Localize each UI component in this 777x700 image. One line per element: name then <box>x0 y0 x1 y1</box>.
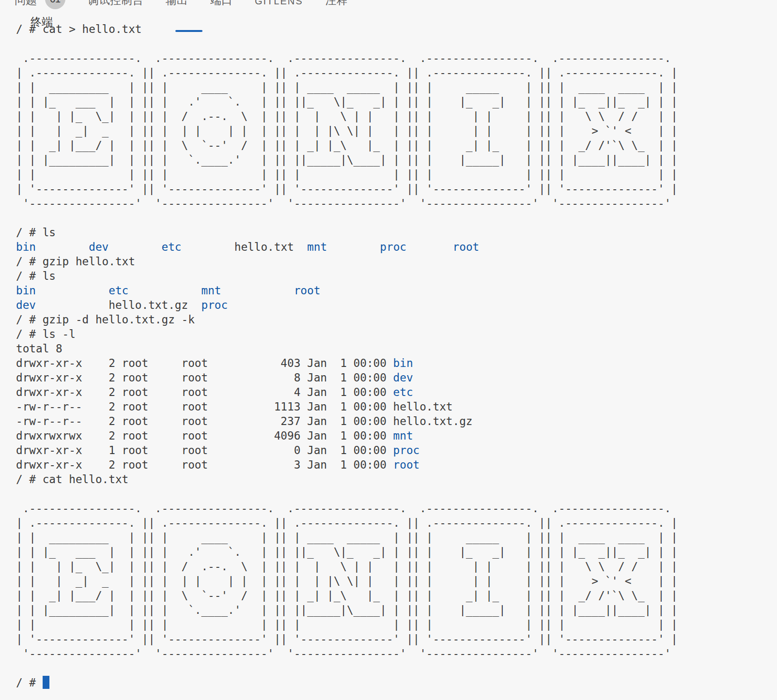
directory-name: mnt <box>393 429 413 442</box>
directory-name: proc <box>380 241 406 253</box>
ascii-art-line: | | | || | | || | | || | | || | | | <box>16 617 777 632</box>
terminal-line: dev hello.txt.gz proc <box>16 298 777 312</box>
terminal-text <box>294 241 307 253</box>
terminal-cursor <box>43 676 49 689</box>
terminal-line: bin dev etc hello.txt mnt proc root <box>16 240 777 254</box>
directory-name: bin <box>16 241 36 253</box>
ascii-art-line: | | |_________| | || | `.____.' | || ||_… <box>16 603 777 617</box>
terminal-text: drwxr-xr-x 2 root root 4 Jan 1 00:00 <box>16 386 393 398</box>
terminal-text <box>327 241 380 253</box>
ascii-art-line: | '--------------' || '--------------' |… <box>16 632 777 646</box>
directory-name: root <box>393 458 420 471</box>
terminal-line: drwxr-xr-x 2 root root 403 Jan 1 00:00 b… <box>16 356 777 370</box>
terminal-line <box>16 487 777 501</box>
ascii-art-line: | | | |_ \_| | || | / .--. \ | || | | \ … <box>16 109 777 123</box>
terminal-text <box>188 299 201 311</box>
terminal-line <box>16 36 777 51</box>
ascii-art-line: | | _| |___/ | | || | \ `--' / | || | _|… <box>16 588 777 603</box>
tab-label: 终端 <box>31 16 53 28</box>
terminal-text: / # ls -l <box>16 328 76 340</box>
terminal-text: total 8 <box>16 342 62 355</box>
tab-label: 输出 <box>166 0 188 6</box>
terminal-line: -rw-r--r-- 2 root root 1113 Jan 1 00:00 … <box>16 399 777 414</box>
terminal-text: '----------------' '----------------' '-… <box>16 197 678 210</box>
terminal-text: | | | || | | || | | || | | || | | | <box>16 618 678 631</box>
directory-name: root <box>453 241 480 253</box>
terminal-text <box>109 241 161 253</box>
terminal-text <box>182 241 234 253</box>
directory-name: dev <box>16 299 36 311</box>
terminal-text <box>406 241 453 253</box>
active-tab-underline <box>175 30 202 32</box>
terminal-text: | | |_________| | || | `.____.' | || ||_… <box>16 153 678 166</box>
terminal-line: drwxr-xr-x 2 root root 3 Jan 1 00:00 roo… <box>16 457 777 472</box>
ascii-art-line: | | |_________| | || | `.____.' | || ||_… <box>16 152 777 167</box>
terminal-text: | | | |_ \_| | || | / .--. \ | || | | \ … <box>16 560 678 573</box>
terminal-text: '----------------' '----------------' '-… <box>16 647 678 660</box>
terminal-line: drwxrwxrwx 2 root root 4096 Jan 1 00:00 … <box>16 428 777 443</box>
terminal-text: .----------------. .----------------. .-… <box>16 52 678 64</box>
terminal-text: | | _| |___/ | | || | \ `--' / | || | _|… <box>16 589 678 602</box>
ascii-art-line: | .--------------. || .--------------. |… <box>16 65 777 80</box>
ascii-art-line: | .--------------. || .--------------. |… <box>16 516 777 530</box>
tab-label: 问题 <box>15 0 37 6</box>
terminal-text <box>128 284 201 297</box>
directory-name: mnt <box>201 284 221 297</box>
directory-name: proc <box>393 444 420 457</box>
directory-name: proc <box>201 299 228 311</box>
ascii-art-line: | | _________ | || | ____ | || | ____ __… <box>16 530 777 545</box>
directory-name: mnt <box>307 241 327 253</box>
terminal-line: bin etc mnt root <box>16 283 777 298</box>
terminal-line: / # gzip -d hello.txt.gz -k <box>16 312 777 327</box>
directory-name: dev <box>89 241 109 253</box>
tab-gitlens[interactable]: GITLENS <box>255 0 303 12</box>
terminal-text: | | _________ | || | ____ | || | ____ __… <box>16 531 678 544</box>
tab-output[interactable]: 输出 <box>166 0 188 12</box>
terminal-line: -rw-r--r-- 2 root root 237 Jan 1 00:00 h… <box>16 414 777 428</box>
tab-ports[interactable]: 端口 <box>210 0 233 12</box>
directory-name: etc <box>393 386 413 398</box>
terminal-output: / # cat > hello.txt .----------------. .… <box>16 22 777 690</box>
terminal-text: | .--------------. || .--------------. |… <box>16 66 678 79</box>
terminal-text: hello.txt.gz <box>109 299 188 311</box>
terminal-line <box>16 211 777 225</box>
terminal-line: / # <box>16 675 777 690</box>
terminal-text: | .--------------. || .--------------. |… <box>16 517 678 529</box>
ascii-art-line: | | | _| _ | || | | | | | | || | | |\ \|… <box>16 574 777 588</box>
terminal-text: drwxr-xr-x 2 root root 403 Jan 1 00:00 <box>16 357 393 369</box>
terminal-line: / # cat hello.txt <box>16 472 777 487</box>
terminal-line: / # ls <box>16 225 777 240</box>
ascii-art-line: '----------------' '----------------' '-… <box>16 646 777 661</box>
terminal-text: | | |_________| | || | `.____.' | || ||_… <box>16 604 678 616</box>
terminal-line: / # gzip hello.txt <box>16 254 777 269</box>
terminal-text: -rw-r--r-- 2 root root 1113 Jan 1 00:00 … <box>16 400 453 413</box>
terminal-text: | | | |_ \_| | || | / .--. \ | || | | \ … <box>16 110 678 122</box>
ascii-art-line: | | |_ ___ | | || | .' `. | || ||_ \|_ _… <box>16 545 777 559</box>
terminal-line: / # ls -l <box>16 327 777 341</box>
panel-tabbar: 问题61调试控制台输出端口GITLENS注释终端 <box>15 0 348 13</box>
terminal-line <box>16 661 777 675</box>
terminal-text: | '--------------' || '--------------' |… <box>16 183 678 195</box>
terminal-text: | '--------------' || '--------------' |… <box>16 633 678 645</box>
ascii-art-line: | '--------------' || '--------------' |… <box>16 182 777 196</box>
terminal-text <box>36 284 109 297</box>
terminal-text: | | |_ ___ | | || | .' `. | || ||_ \|_ _… <box>16 546 678 558</box>
terminal-text: drwxr-xr-x 2 root root 3 Jan 1 00:00 <box>16 458 393 471</box>
directory-name: etc <box>162 241 182 253</box>
terminal-text: drwxr-xr-x 1 root root 0 Jan 1 00:00 <box>16 444 393 457</box>
terminal-text <box>36 299 109 311</box>
terminal-view[interactable]: / # cat > hello.txt .----------------. .… <box>16 22 777 700</box>
directory-name: bin <box>393 357 413 369</box>
terminal-text: | | | _| _ | || | | | | | | || | | |\ \|… <box>16 575 678 587</box>
tab-debug-console[interactable]: 调试控制台 <box>88 0 143 12</box>
terminal-text: drwxrwxrwx 2 root root 4096 Jan 1 00:00 <box>16 429 393 442</box>
directory-name: etc <box>109 284 128 297</box>
terminal-text: / # cat hello.txt <box>16 473 128 486</box>
ascii-art-line: | | | || | | || | | || | | || | | | <box>16 167 777 182</box>
terminal-line: / # ls <box>16 269 777 283</box>
terminal-text: / # ls <box>16 226 56 239</box>
terminal-text: / # ls <box>16 270 56 282</box>
ascii-art-line: | | | _| _ | || | | | | | | || | | |\ \|… <box>16 123 777 138</box>
tab-comments[interactable]: 注释 <box>326 0 348 12</box>
terminal-text: .----------------. .----------------. .-… <box>16 502 678 515</box>
